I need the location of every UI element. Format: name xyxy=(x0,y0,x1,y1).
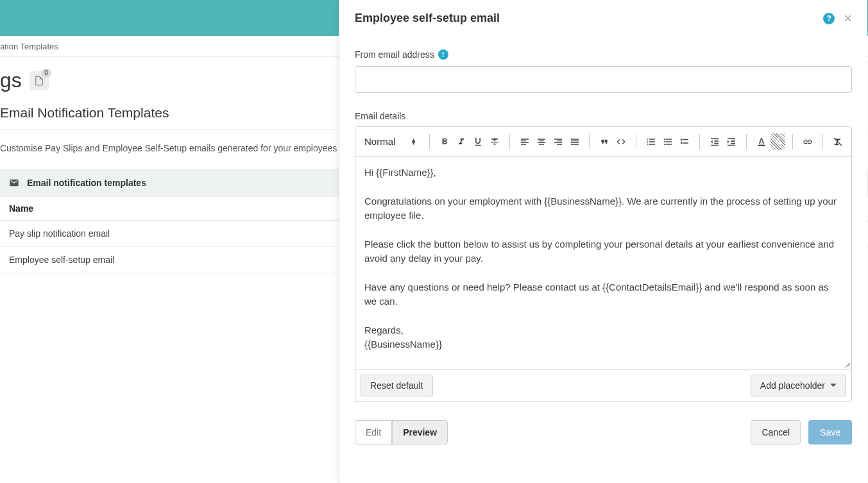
body-paragraph: Regards, {{BusinessName}} xyxy=(364,323,842,352)
strikethrough-button[interactable] xyxy=(487,133,502,150)
code-button[interactable] xyxy=(613,133,629,150)
toolbar-separator xyxy=(509,134,510,149)
unordered-list-button[interactable] xyxy=(660,133,676,150)
toolbar-separator xyxy=(699,134,700,149)
save-button[interactable]: Save xyxy=(808,420,852,445)
toolbar-separator xyxy=(792,134,793,149)
quote-icon xyxy=(599,137,609,147)
modal-header: Employee self-setup email ? × xyxy=(355,12,852,25)
background-color-button[interactable] xyxy=(770,133,786,150)
bold-icon xyxy=(439,137,450,147)
checklist-icon xyxy=(679,137,690,147)
text-color-button[interactable] xyxy=(754,133,769,150)
link-icon xyxy=(803,137,813,147)
clear-format-icon xyxy=(833,137,843,147)
align-justify-button[interactable] xyxy=(567,133,583,150)
checklist-button[interactable] xyxy=(677,133,692,150)
clear-format-button[interactable] xyxy=(830,133,846,150)
email-details-label: Email details xyxy=(355,111,852,121)
reset-default-button[interactable]: Reset default xyxy=(361,375,433,396)
indent-icon xyxy=(726,137,736,147)
blockquote-button[interactable] xyxy=(597,133,612,150)
unordered-list-icon xyxy=(663,137,673,147)
from-email-label: From email address ! xyxy=(355,49,852,60)
modal-actions: Edit Preview Cancel Save xyxy=(355,420,852,445)
toolbar-separator xyxy=(589,134,590,149)
ordered-list-icon xyxy=(646,137,656,147)
outdent-icon xyxy=(710,137,720,147)
underline-button[interactable] xyxy=(470,133,486,150)
tab-preview[interactable]: Preview xyxy=(392,420,448,445)
ordered-list-button[interactable] xyxy=(643,133,659,150)
align-right-icon xyxy=(553,137,563,147)
align-center-icon xyxy=(536,137,547,147)
add-placeholder-label: Add placeholder xyxy=(760,380,825,391)
background-color-icon xyxy=(773,137,783,147)
editor-toolbar: Normal ▲▼ xyxy=(355,127,851,157)
editor-footer: Reset default Add placeholder xyxy=(355,369,851,402)
chevron-down-icon xyxy=(830,384,837,387)
align-right-button[interactable] xyxy=(550,133,566,150)
modal-panel: Employee self-setup email ? × From email… xyxy=(339,0,867,483)
body-paragraph: Congratulations on your employment with … xyxy=(364,194,842,223)
help-icon[interactable]: ? xyxy=(823,13,835,24)
align-center-button[interactable] xyxy=(534,133,549,150)
format-select[interactable]: Normal ▲▼ xyxy=(361,133,423,149)
modal-title: Employee self-setup email xyxy=(355,12,500,25)
rich-text-editor: Normal ▲▼ xyxy=(355,126,852,402)
resize-handle[interactable] xyxy=(842,360,850,368)
strikethrough-icon xyxy=(489,137,500,147)
format-label: Normal xyxy=(364,136,395,147)
toolbar-separator xyxy=(636,134,636,149)
toolbar-separator xyxy=(746,134,747,149)
svg-rect-0 xyxy=(758,144,765,146)
tab-group: Edit Preview xyxy=(355,420,448,445)
add-placeholder-button[interactable]: Add placeholder xyxy=(751,375,846,396)
text-color-icon xyxy=(756,137,767,147)
italic-icon xyxy=(456,137,466,147)
body-paragraph: Please click the button below to assist … xyxy=(364,237,842,266)
align-left-button[interactable] xyxy=(517,133,532,150)
toolbar-separator xyxy=(822,134,823,149)
from-email-input[interactable] xyxy=(355,66,852,93)
link-button[interactable] xyxy=(800,133,815,150)
tab-edit[interactable]: Edit xyxy=(355,420,392,445)
bold-button[interactable] xyxy=(437,133,452,150)
outdent-button[interactable] xyxy=(707,133,722,150)
code-icon xyxy=(616,137,626,147)
body-paragraph: Hi {{FirstName}}, xyxy=(364,165,842,180)
align-justify-icon xyxy=(570,137,580,147)
from-email-label-text: From email address xyxy=(355,49,434,60)
sort-arrows-icon: ▲▼ xyxy=(411,139,416,145)
underline-icon xyxy=(473,137,483,147)
cancel-button[interactable]: Cancel xyxy=(751,420,801,445)
editor-body[interactable]: Hi {{FirstName}}, Congratulations on you… xyxy=(355,157,851,369)
modal-overlay: Employee self-setup email ? × From email… xyxy=(0,0,868,483)
indent-button[interactable] xyxy=(724,133,739,150)
close-icon[interactable]: × xyxy=(844,13,852,24)
italic-button[interactable] xyxy=(454,133,469,150)
info-icon[interactable]: ! xyxy=(438,49,448,60)
toolbar-separator xyxy=(429,134,430,149)
align-left-icon xyxy=(520,137,530,147)
body-paragraph: Have any questions or need help? Please … xyxy=(364,280,842,309)
